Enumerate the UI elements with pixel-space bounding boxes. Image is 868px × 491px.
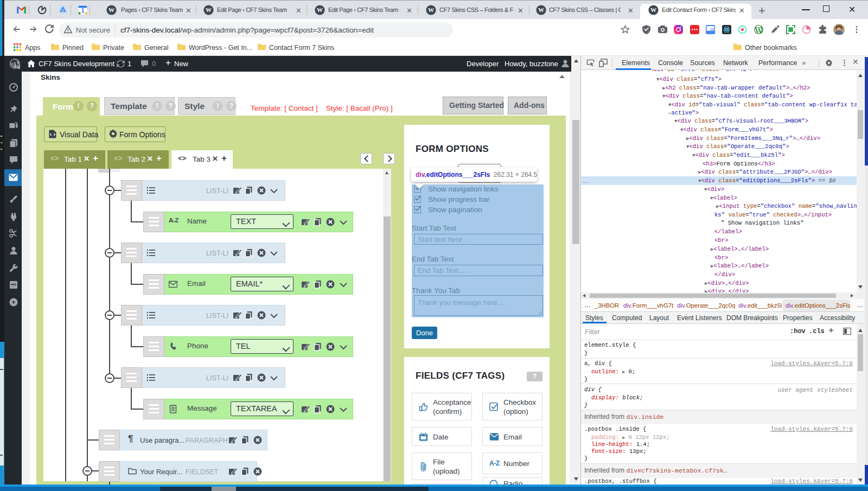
svg-text:W: W (317, 7, 323, 13)
svg-text:W: W (206, 7, 212, 13)
svg-text:W: W (538, 7, 544, 13)
svg-text:1: 1 (81, 8, 85, 14)
svg-text:W: W (428, 7, 434, 13)
svg-text:W: W (650, 7, 656, 13)
svg-text:W: W (108, 7, 114, 13)
